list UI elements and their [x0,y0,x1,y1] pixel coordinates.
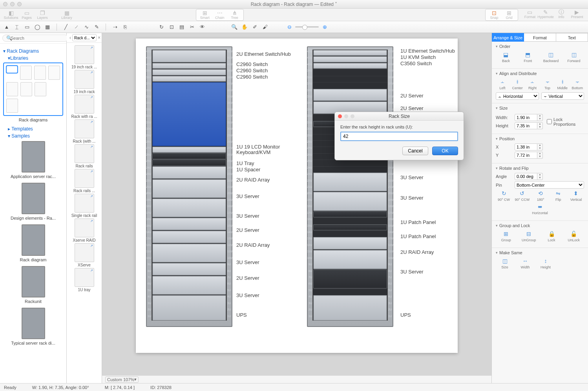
distribute-v[interactable]: ⫟ Vertical [541,92,584,100]
stencil-item[interactable] [75,70,94,89]
insp-ungroup[interactable]: ⊟UnGroup [522,230,536,242]
sample-thumb[interactable] [22,224,45,256]
stencil-close[interactable]: × [97,35,102,40]
distribute-h[interactable]: ⫠ Horizontal [496,92,539,100]
curve-tool[interactable]: ∿ [82,23,91,31]
rack-device[interactable] [152,244,226,263]
snap-button[interactable]: ⊡Snap [487,10,501,20]
insp-lock[interactable]: 🔒Lock [545,230,558,242]
ok-button[interactable]: OK [432,147,458,155]
rack-device[interactable] [313,192,387,211]
rack-device[interactable] [152,69,226,75]
insp-horizontal[interactable]: ⬌Horizontal [532,203,548,215]
sample-thumb[interactable] [22,266,45,297]
width-stepper[interactable]: ▲▼ [537,114,543,121]
nav-samples[interactable]: ▾ Samples [8,133,63,139]
angle-input[interactable] [515,173,537,180]
height-input[interactable] [515,122,537,129]
path-tool[interactable]: ✂ [188,23,196,31]
insp-right[interactable]: ⫠Right [526,78,539,90]
rack-2[interactable]: 42U42U41U41U40U40U39U39U38U38U37U37U36U3… [307,46,393,327]
arc-tool[interactable]: ⟋ [72,23,80,31]
height-stepper[interactable]: ▲▼ [537,122,543,129]
tab-arrange[interactable]: Arrange & Size [492,33,524,42]
rack-device[interactable] [313,173,387,191]
pin-select[interactable]: Bottom-Center [515,181,584,189]
width-input[interactable] [515,114,537,121]
lock-proportions[interactable]: Lock Proportions [547,113,584,130]
zoom-dropdown[interactable]: Custom 107% ▾ [105,376,139,383]
format-button[interactable]: ▭Format [523,9,537,19]
rotate-head[interactable]: Rotate and Flip [496,166,584,171]
zoom-slider[interactable] [295,26,319,28]
stencil-item[interactable] [75,95,94,114]
rack-device[interactable] [313,56,387,62]
order-head[interactable]: Order [496,44,584,49]
tab-text[interactable]: Text [556,33,588,42]
position-head[interactable]: Position [496,136,584,141]
insp-unlock[interactable]: 🔓UnLock [567,230,581,242]
layers-button[interactable]: ❐Layers [35,10,49,20]
cancel-button[interactable]: Cancel [402,147,428,155]
tab-format[interactable]: Format [524,33,556,42]
sample-thumb[interactable] [22,141,45,173]
insp--ccw[interactable]: ↺90° CCW [515,190,530,202]
rack-device[interactable] [313,224,387,230]
nav-templates[interactable]: ▸ Templates [8,126,63,132]
insp--cw[interactable]: ↻90° CW [497,190,511,202]
hand-tool[interactable]: ✋ [240,23,249,31]
brush-tool[interactable]: 🖌 [261,23,269,31]
link-tool[interactable]: ⎘ [121,23,130,31]
ellipse-tool[interactable]: ◯ [33,23,42,31]
search-input[interactable] [2,35,68,42]
same-head[interactable]: Make Same [496,250,584,255]
insp-forward[interactable]: ◫Forward [567,51,581,63]
zoom-in[interactable]: ⊕ [320,23,329,31]
nav-rack-diagrams[interactable]: ▾ Rack Diagrams [3,48,63,54]
rack-device[interactable] [152,179,226,198]
insp-front[interactable]: ⬒Front [521,51,535,63]
insp-top[interactable]: ⫟Top [541,78,554,90]
solutions-button[interactable]: ◧Solutions [4,10,18,20]
rack-device[interactable] [152,166,226,179]
rack-device[interactable] [313,295,387,321]
pages-button[interactable]: ▭Pages [20,10,34,20]
pen-tool[interactable]: ✎ [92,23,101,31]
rack-device[interactable] [152,276,226,295]
rack-device[interactable] [152,50,226,62]
stencil-prev[interactable]: ‹ [68,35,72,40]
eye-tool[interactable]: 👁 [198,23,206,31]
stencil-item[interactable] [75,169,94,188]
rect-tool[interactable]: ▭ [23,23,31,31]
library-button[interactable]: ▦Library [60,10,74,20]
rack-device[interactable] [152,160,226,165]
group-head[interactable]: Group and Lock [496,223,584,228]
rack-device[interactable] [152,82,226,146]
line-tool[interactable]: ╱ [62,23,70,31]
library-thumbs[interactable] [3,62,63,116]
rotate-tool[interactable]: ↻ [157,23,166,31]
rack-device[interactable] [152,295,226,321]
rack-device[interactable] [313,89,387,101]
insp-flip[interactable]: ⇋Flip [551,190,565,202]
insp-back[interactable]: ⬓Back [499,51,513,63]
insp--[interactable]: ⟲180° [534,190,547,202]
stencil-item[interactable] [75,243,94,262]
nav-libraries[interactable]: ▾Libraries [8,55,63,61]
stencil-item[interactable] [75,268,94,287]
rack-device[interactable] [313,211,387,217]
insp-middle[interactable]: ⫲Middle [556,78,569,90]
align-tool[interactable]: ▤ [177,23,186,31]
stencil-select[interactable]: Rack d... [72,34,97,41]
chain-button[interactable]: ⋯Chain [213,10,227,20]
rack-device[interactable] [313,63,387,69]
smart-button[interactable]: ⊞Smart [198,10,212,20]
pointer-tool[interactable]: ▲ [2,23,11,31]
rack-device[interactable] [152,153,226,159]
insp-center[interactable]: ⫲Center [511,78,524,90]
rack-device[interactable] [313,50,387,56]
rack-device[interactable] [152,147,226,152]
rack-device[interactable] [152,218,226,230]
rack-device[interactable] [152,76,226,82]
canvas[interactable]: 42U42U41U41U40U40U39U39U38U38U37U37U36U3… [102,33,491,375]
